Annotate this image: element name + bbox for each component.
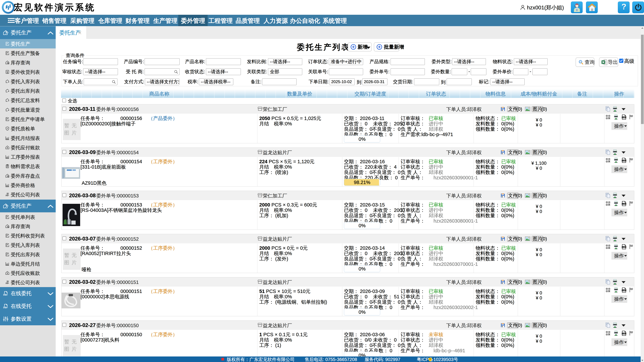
svg-text:LOG: LOG bbox=[622, 290, 626, 291]
svg-text:LOG: LOG bbox=[622, 117, 626, 118]
svg-text:LOG: LOG bbox=[622, 160, 626, 162]
svg-text:LOG: LOG bbox=[622, 333, 626, 335]
svg-text:LOG: LOG bbox=[622, 203, 626, 205]
svg-text:LOG: LOG bbox=[622, 247, 626, 248]
